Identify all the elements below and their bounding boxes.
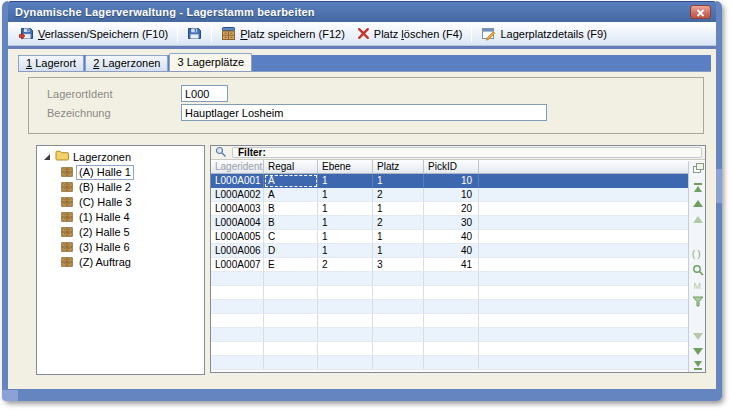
table-cell[interactable]: L000A004	[211, 216, 264, 230]
table-cell[interactable]: L000A005	[211, 230, 264, 244]
nav-first-icon[interactable]	[691, 181, 704, 194]
table-cell[interactable]: 2	[373, 216, 424, 230]
column-header[interactable]: Platz	[373, 160, 424, 174]
table-row-empty	[211, 328, 688, 342]
search-icon[interactable]	[691, 263, 704, 276]
nav-prev-page-icon[interactable]	[691, 213, 704, 226]
table-cell[interactable]: 41	[424, 258, 479, 272]
table-cell[interactable]: 10	[424, 188, 479, 202]
table-cell	[211, 286, 264, 300]
table-row[interactable]: L000A003B1120	[211, 202, 688, 216]
bookmark-save-icon[interactable]: M	[691, 279, 704, 292]
table-cell[interactable]: A	[264, 188, 318, 202]
table-cell[interactable]: 3	[373, 258, 424, 272]
place-save-button[interactable]: Platz speichern (F12)	[215, 23, 351, 44]
table-cell-filler	[479, 174, 688, 188]
table-row[interactable]: L000A001A1110	[211, 174, 688, 188]
filter-icon[interactable]	[691, 295, 704, 308]
save-button[interactable]	[181, 23, 208, 44]
table-cell[interactable]: 1	[373, 244, 424, 258]
lagerortident-input[interactable]	[181, 85, 228, 102]
grid-filter-bar[interactable]: Filter:	[211, 146, 705, 160]
table-cell	[264, 314, 318, 328]
table-row[interactable]: L000A004B1230	[211, 216, 688, 230]
scrollbar-thumb[interactable]	[716, 169, 722, 203]
table-cell	[211, 342, 264, 356]
table-cell[interactable]: L000A006	[211, 244, 264, 258]
tree-item-zone[interactable]: (A) Halle 1	[37, 165, 204, 180]
titlebar[interactable]: Dynamische Lagerverwaltung - Lagerstamm …	[8, 1, 716, 22]
table-cell[interactable]: 1	[373, 202, 424, 216]
table-row[interactable]: L000A005C1140	[211, 230, 688, 244]
place-details-button[interactable]: Lagerplatzdetails (F9)	[475, 23, 612, 44]
table-cell[interactable]: 1	[318, 244, 373, 258]
bezeichnung-input[interactable]	[181, 104, 547, 121]
table-cell[interactable]: L000A007	[211, 258, 264, 272]
nav-next-page-icon[interactable]	[691, 329, 704, 342]
expand-arrow-icon[interactable]	[43, 151, 51, 163]
table-cell[interactable]: 1	[318, 188, 373, 202]
table-cell[interactable]: 40	[424, 230, 479, 244]
column-header[interactable]: PickID	[424, 160, 479, 174]
tab-lagerplaetze[interactable]: 3 Lagerplätze	[169, 53, 252, 71]
table-cell[interactable]: 1	[318, 216, 373, 230]
table-cell	[211, 314, 264, 328]
table-cell	[264, 342, 318, 356]
table-row[interactable]: L000A002A1210	[211, 188, 688, 202]
tree-item-label: (3) Halle 6	[77, 241, 132, 254]
nav-last-icon[interactable]	[691, 358, 704, 371]
table-cell[interactable]: 1	[318, 202, 373, 216]
table-cell[interactable]: B	[264, 202, 318, 216]
tab-lagerzonen[interactable]: 2 Lagerzonen	[85, 55, 168, 71]
resize-grip[interactable]	[2, 390, 18, 401]
column-header[interactable]: Regal	[264, 160, 318, 174]
column-header[interactable]: Ebene	[318, 160, 373, 174]
table-cell[interactable]: D	[264, 244, 318, 258]
table-cell[interactable]: 20	[424, 202, 479, 216]
table-cell[interactable]: L000A002	[211, 188, 264, 202]
table-row[interactable]: L000A006D1140	[211, 244, 688, 258]
nav-next-icon[interactable]	[691, 344, 704, 357]
table-cell[interactable]: L000A003	[211, 202, 264, 216]
shelf-icon	[61, 182, 73, 194]
table-cell[interactable]: 1	[318, 230, 373, 244]
tree-item-zone[interactable]: (3) Halle 6	[37, 240, 204, 255]
table-cell[interactable]: 1	[373, 174, 424, 188]
table-cell[interactable]: 40	[424, 244, 479, 258]
table-cell[interactable]: A	[264, 174, 318, 188]
table-row[interactable]: L000A007E2341	[211, 258, 688, 272]
table-cell-filler	[479, 202, 688, 216]
table-cell[interactable]: B	[264, 216, 318, 230]
filter-input[interactable]: Filter:	[232, 147, 702, 158]
column-header[interactable]: Lagerident	[211, 160, 264, 174]
table-cell[interactable]: L000A001	[211, 174, 264, 188]
table-row-empty	[211, 314, 688, 328]
table-cell[interactable]: 2	[318, 258, 373, 272]
table-cell[interactable]: 2	[373, 188, 424, 202]
place-delete-button[interactable]: Platz löschen (F4)	[351, 23, 469, 44]
bookmark-goto-icon[interactable]: ( )	[691, 247, 704, 260]
table-cell	[318, 328, 373, 342]
tab-lagerort[interactable]: 1 Lagerort	[18, 55, 84, 71]
close-button[interactable]	[690, 5, 711, 19]
tree-item-zone[interactable]: (2) Halle 5	[37, 225, 204, 240]
table-cell	[373, 272, 424, 286]
table-cell[interactable]: C	[264, 230, 318, 244]
leave-save-button[interactable]: Verlassen/Speichern (F10)	[13, 23, 174, 44]
table-cell-filler	[479, 258, 688, 272]
tree-root-lagerzonen[interactable]: Lagerzonen	[37, 146, 204, 165]
table-cell	[318, 300, 373, 314]
shelf-icon	[61, 167, 73, 179]
table-cell[interactable]: 10	[424, 174, 479, 188]
nav-prev-icon[interactable]	[691, 197, 704, 210]
tree-item-zone[interactable]: (1) Halle 4	[37, 210, 204, 225]
column-chooser-icon[interactable]	[691, 161, 704, 174]
tree-item-zone[interactable]: (Z) Auftrag	[37, 255, 204, 270]
tree-item-zone[interactable]: (B) Halle 2	[37, 180, 204, 195]
table-cell[interactable]: 1	[318, 174, 373, 188]
table-cell[interactable]: 30	[424, 216, 479, 230]
table-cell[interactable]: 1	[373, 230, 424, 244]
tree-item-zone[interactable]: (C) Halle 3	[37, 195, 204, 210]
table-cell[interactable]: E	[264, 258, 318, 272]
table-cell	[264, 272, 318, 286]
